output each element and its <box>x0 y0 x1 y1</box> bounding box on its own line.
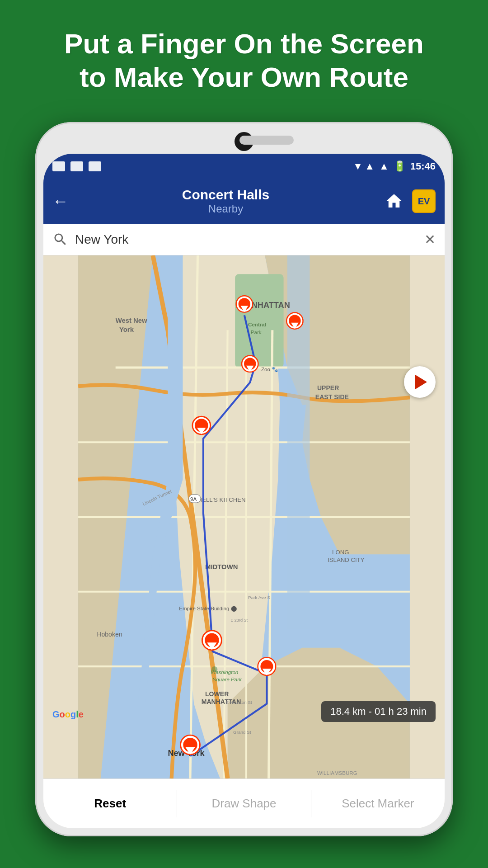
svg-text:EAST SIDE: EAST SIDE <box>315 393 349 401</box>
app-header: ← Concert Halls Nearby EV <box>43 179 445 224</box>
draw-shape-button[interactable]: Draw Shape <box>177 779 310 828</box>
ev-badge[interactable]: EV <box>412 189 436 213</box>
svg-text:UPPER: UPPER <box>317 384 339 392</box>
svg-text:E Houston St: E Houston St <box>226 700 253 705</box>
svg-text:WILLIAMSBURG: WILLIAMSBURG <box>317 770 357 776</box>
svg-text:York: York <box>119 326 134 333</box>
svg-text:Zoo 🐾: Zoo 🐾 <box>261 366 278 373</box>
svg-text:9A: 9A <box>190 496 197 502</box>
map-area[interactable]: Central Park <box>43 255 445 778</box>
svg-point-37 <box>211 666 217 672</box>
close-search-button[interactable]: ✕ <box>424 231 436 247</box>
svg-text:E 23rd St: E 23rd St <box>230 618 248 623</box>
speaker <box>239 136 294 145</box>
play-route-button[interactable] <box>404 366 436 398</box>
phone-screen: ▾ ▲ ▲ 🔋 15:46 ← Concert Halls Nearby EV <box>43 154 445 828</box>
svg-text:Central: Central <box>248 322 266 327</box>
status-right-icons: ▾ ▲ ▲ 🔋 15:46 <box>355 160 436 172</box>
image-icon <box>70 161 83 171</box>
svg-rect-6 <box>235 274 283 368</box>
svg-text:HELL'S KITCHEN: HELL'S KITCHEN <box>198 496 246 503</box>
search-bar: New York ✕ <box>43 224 445 255</box>
svg-text:LONG: LONG <box>332 549 349 556</box>
status-bar: ▾ ▲ ▲ 🔋 15:46 <box>43 154 445 179</box>
wifi-icon: ▾ <box>355 160 360 172</box>
back-button[interactable]: ← <box>52 192 69 211</box>
headline: Put a Finger On the Screen to Make Your … <box>0 27 488 94</box>
time-display: 15:46 <box>410 160 436 172</box>
search-location-text[interactable]: New York <box>75 232 418 247</box>
svg-text:ISLAND CITY: ISLAND CITY <box>328 557 365 563</box>
header-title-sub: Nearby <box>78 203 374 215</box>
signal-icon: ▲ <box>365 160 375 172</box>
google-logo: Google <box>52 709 84 720</box>
phone-shell: ▾ ▲ ▲ 🔋 15:46 ← Concert Halls Nearby EV <box>35 122 453 836</box>
headline-line1: Put a Finger On the Screen <box>27 27 461 61</box>
header-title-main: Concert Halls <box>78 187 374 203</box>
svg-text:Park: Park <box>251 330 262 335</box>
bottom-toolbar: Reset Draw Shape Select Marker <box>43 778 445 828</box>
svg-rect-18 <box>287 255 310 629</box>
svg-text:Park Ave S: Park Ave S <box>248 595 270 600</box>
distance-badge: 18.4 km - 01 h 23 min <box>321 701 436 722</box>
status-left-icons <box>52 161 101 171</box>
svg-text:West New: West New <box>116 317 147 324</box>
svg-text:Hoboken: Hoboken <box>97 631 122 638</box>
svg-text:Grand St: Grand St <box>233 730 251 735</box>
nav-icon <box>89 161 101 171</box>
notification-icon <box>52 161 65 171</box>
select-marker-button[interactable]: Select Marker <box>311 779 445 828</box>
home-button[interactable] <box>383 190 405 212</box>
battery-icon: 🔋 <box>394 160 406 172</box>
svg-text:LOWER: LOWER <box>205 690 229 698</box>
map-svg: Central Park <box>43 255 445 778</box>
play-icon <box>415 375 427 389</box>
header-title-container: Concert Halls Nearby <box>78 187 374 215</box>
headline-line2: to Make Your Own Route <box>27 61 461 94</box>
header-icons: EV <box>383 189 436 213</box>
svg-text:Empire State Building ⬤: Empire State Building ⬤ <box>179 606 236 612</box>
signal-icon2: ▲ <box>379 160 389 172</box>
search-icon <box>52 231 68 247</box>
svg-text:MIDTOWN: MIDTOWN <box>205 563 238 571</box>
reset-button[interactable]: Reset <box>43 779 177 828</box>
svg-text:Square Park: Square Park <box>213 677 242 682</box>
